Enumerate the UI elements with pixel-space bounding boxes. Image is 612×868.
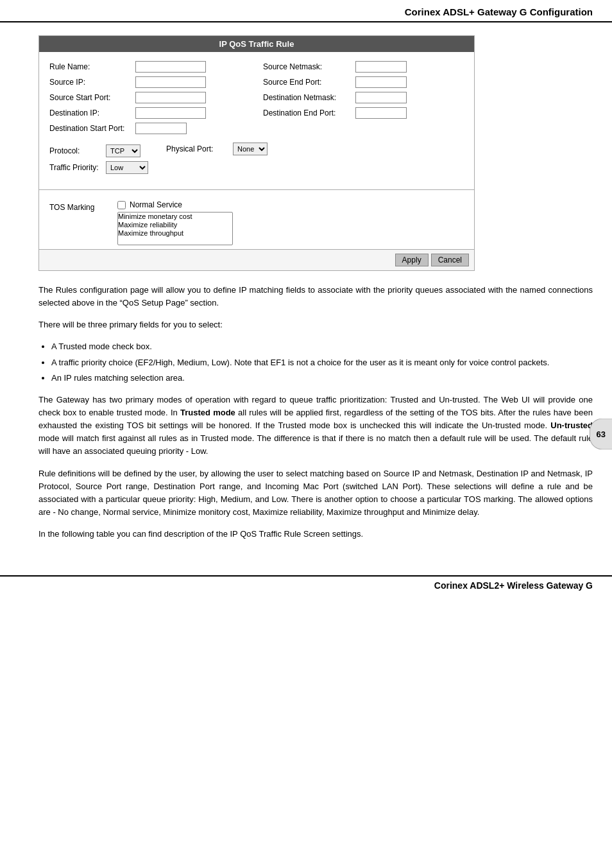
form-left: Rule Name: Source IP: Source Start Port: [49, 61, 250, 134]
page-footer: Corinex ADSL2+ Wireless Gateway G [0, 575, 612, 597]
page-number-tab: 63 [590, 419, 612, 450]
page-container: Corinex ADSL+ Gateway G Configuration IP… [0, 0, 612, 868]
source-netmask-input[interactable] [355, 61, 407, 73]
destination-ip-label: Destination IP: [49, 108, 133, 117]
tos-controls: Normal Service Minimize monetary cost Ma… [117, 200, 233, 245]
body-list: A Trusted mode check box. A traffic prio… [51, 340, 593, 384]
destination-netmask-row: Destination Netmask: [263, 92, 464, 103]
source-netmask-label: Source Netmask: [263, 62, 353, 71]
form-grid: Rule Name: Source IP: Source Start Port: [49, 61, 464, 134]
tos-listbox[interactable]: Minimize monetary cost Maximize reliabil… [117, 212, 233, 245]
rule-name-label: Rule Name: [49, 62, 133, 71]
paragraph1: The Rules configuration page will allow … [38, 284, 593, 309]
source-start-port-input[interactable] [135, 92, 206, 103]
destination-start-port-row: Destination Start Port: [49, 123, 250, 134]
protocol-label: Protocol: [49, 146, 101, 155]
apply-button[interactable]: Apply [395, 254, 429, 266]
trusted-mode-bold: Trusted mode [180, 408, 235, 417]
source-end-port-input[interactable] [355, 76, 407, 88]
destination-end-port-input[interactable] [355, 107, 407, 119]
paragraph2: There will be three primary fields for y… [38, 318, 593, 331]
source-ip-label: Source IP: [49, 78, 133, 87]
tos-section: TOS Marking Normal Service Minimize mone… [39, 196, 474, 249]
destination-netmask-label: Destination Netmask: [263, 93, 353, 102]
page-header: Corinex ADSL+ Gateway G Configuration [0, 0, 612, 22]
source-end-port-label: Source End Port: [263, 78, 353, 87]
destination-end-port-row: Destination End Port: [263, 107, 464, 119]
protocol-row: Protocol: TCP UDP ICMP Any [49, 144, 140, 157]
paragraph5: In the following table you can find desc… [38, 528, 593, 541]
source-end-port-row: Source End Port: [263, 76, 464, 88]
paragraph3: The Gateway has two primary modes of ope… [38, 394, 593, 458]
form-right: Source Netmask: Source End Port: Destina… [263, 61, 464, 134]
qos-box-title: IP QoS Traffic Rule [39, 36, 474, 52]
destination-start-port-input[interactable] [135, 123, 187, 134]
page-number: 63 [597, 430, 606, 439]
physical-port-row: Physical Port: None LAN1 LAN2 LAN3 LAN4 [166, 143, 268, 155]
content-area: IP QoS Traffic Rule Rule Name: Source IP… [0, 22, 612, 562]
page-title: Corinex ADSL+ Gateway G Configuration [405, 6, 593, 17]
cancel-button[interactable]: Cancel [431, 254, 469, 266]
qos-traffic-rule-box: IP QoS Traffic Rule Rule Name: Source IP… [38, 35, 475, 271]
buttons-row: Apply Cancel [39, 249, 474, 270]
list-item-1: A Trusted mode check box. [51, 340, 593, 353]
untrusted-bold: Un-trusted [550, 421, 593, 430]
destination-netmask-input[interactable] [355, 92, 407, 103]
traffic-priority-select[interactable]: Low Medium High EF2 [106, 161, 148, 174]
rule-name-input[interactable] [135, 61, 206, 73]
destination-end-port-label: Destination End Port: [263, 108, 353, 117]
source-start-port-row: Source Start Port: [49, 92, 250, 103]
footer-title: Corinex ADSL2+ Wireless Gateway G [434, 580, 593, 591]
protocol-select[interactable]: TCP UDP ICMP Any [106, 144, 140, 157]
source-netmask-row: Source Netmask: [263, 61, 464, 73]
qos-box-body: Rule Name: Source IP: Source Start Port: [39, 52, 474, 183]
rule-name-row: Rule Name: [49, 61, 250, 73]
source-ip-input[interactable] [135, 76, 206, 88]
physical-port-label: Physical Port: [166, 144, 230, 153]
tos-normal-row: Normal Service [117, 200, 233, 209]
destination-ip-input[interactable] [135, 107, 206, 119]
source-ip-row: Source IP: [49, 76, 250, 88]
traffic-priority-label: Traffic Priority: [49, 163, 101, 172]
tos-normal-checkbox[interactable] [117, 201, 126, 209]
paragraph4: Rule definitions will be defined by the … [38, 467, 593, 519]
tos-divider [39, 189, 474, 190]
destination-ip-row: Destination IP: [49, 107, 250, 119]
tos-marking-label: TOS Marking [49, 200, 107, 212]
source-start-port-label: Source Start Port: [49, 93, 133, 102]
list-item-3: An IP rules matching selection area. [51, 372, 593, 385]
list-item-2: A traffic priority choice (EF2/High, Med… [51, 356, 593, 369]
physical-port-select[interactable]: None LAN1 LAN2 LAN3 LAN4 [233, 143, 268, 155]
tos-normal-label: Normal Service [130, 200, 182, 209]
destination-start-port-label: Destination Start Port: [49, 124, 133, 133]
